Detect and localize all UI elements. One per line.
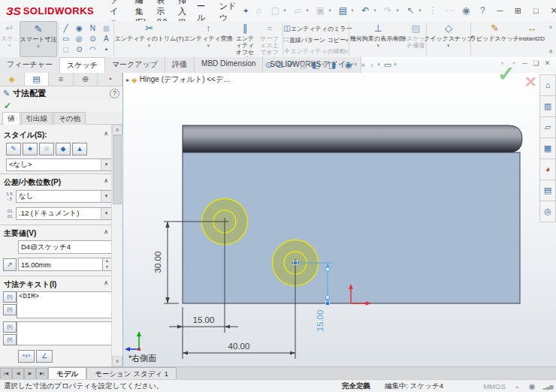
undo-icon[interactable]: ↶	[357, 5, 373, 16]
taskpane-design-library-icon[interactable]: ▥	[539, 96, 556, 117]
window-minimize-icon[interactable]: ─	[491, 6, 509, 15]
apply-scene-icon[interactable]: ◐	[370, 60, 376, 69]
overflow-icon[interactable]: ⋯	[441, 5, 458, 16]
display-style-icon[interactable]: ◨	[328, 60, 336, 70]
smart-dimension-button[interactable]: ✎ スマート寸法 ▾	[20, 21, 58, 57]
featuremanager-tab-icon[interactable]: ◈	[0, 73, 25, 86]
primary-value-section-header[interactable]: 主要値(V) ∧	[0, 226, 122, 240]
configurations-tab-icon[interactable]: ≡	[49, 73, 74, 86]
tab-nav-prev-icon[interactable]: ◀	[12, 368, 24, 380]
tab-evaluate[interactable]: 評価	[165, 57, 195, 73]
taskpane-view-palette-icon[interactable]: ▦	[539, 138, 556, 159]
circle-tool-icon[interactable]: ◉	[73, 23, 86, 34]
help-icon[interactable]: ?	[474, 5, 491, 16]
dimtext-center-button[interactable]: (x)	[3, 291, 17, 303]
tab-markup[interactable]: マークアップ	[105, 57, 165, 73]
section-view-icon[interactable]: ▦	[300, 60, 307, 70]
taskpane-custom-properties-icon[interactable]: ▤	[539, 180, 556, 201]
menu-pin-icon[interactable]: ✦	[243, 7, 249, 15]
tolerance-dropdown[interactable]: なし ▾	[16, 190, 112, 203]
display-relations-button[interactable]: ⊥ 幾何拘束の表示/削除 ▾	[350, 21, 406, 57]
motion-study-tab[interactable]: モーション スタディ 1	[86, 367, 177, 380]
arc-tool-icon[interactable]: ◠	[86, 44, 99, 55]
tab-features[interactable]: フィーチャー	[0, 57, 60, 73]
tab-sketch[interactable]: スケッチ	[60, 57, 105, 74]
graphics-area[interactable]: 30.00 15.00 40.00	[122, 73, 556, 366]
print-icon[interactable]: ▤	[334, 5, 351, 16]
dimension-text-box-2[interactable]	[17, 321, 112, 345]
tolerance-section-header[interactable]: 公差/小数位数(P) ∧	[0, 175, 122, 188]
repair-sketch-button[interactable]: ▨ スケッチ修復	[406, 21, 425, 57]
exit-sketch-button[interactable]: ↵ スケ... ▾	[0, 21, 20, 57]
attach-icon[interactable]: ⋮	[425, 5, 441, 16]
text-tool-icon[interactable]: A	[100, 34, 113, 44]
subtab-other[interactable]: その他	[53, 112, 86, 125]
text-align-button[interactable]: +x+	[18, 350, 35, 363]
scroll-thumb[interactable]	[113, 135, 122, 204]
doc-close-icon[interactable]: ✕	[542, 59, 553, 67]
dimension-value-field[interactable]: 15.00mm	[18, 258, 103, 271]
doc-minimize-icon[interactable]: ─	[519, 59, 530, 67]
undo-caret-icon[interactable]: ▾	[373, 8, 379, 14]
new-document-icon[interactable]: ▢	[267, 5, 283, 16]
style-section-header[interactable]: スタイル(S): ∧	[0, 128, 122, 141]
linear-pattern-button[interactable]: ∷ 直線パターン コピー ▾	[283, 35, 348, 45]
edit-appearance-icon[interactable]: ●	[361, 60, 366, 69]
slot-tool-icon[interactable]: ◻	[59, 44, 72, 55]
cancel-sketch-icon[interactable]: ✕	[524, 73, 537, 91]
tab-nav-first-icon[interactable]: |◀	[0, 368, 12, 380]
mirror-entities-button[interactable]: ◫ エンティティのミラー	[283, 23, 348, 34]
taskpane-resources-icon[interactable]: ⌂	[539, 74, 556, 96]
model-tab[interactable]: モデル	[48, 367, 86, 380]
scroll-up-icon[interactable]: ∧	[112, 125, 122, 135]
quick-snaps-button[interactable]: ◇ クイックスナップ ▾	[428, 21, 470, 57]
window-close-icon[interactable]: ✕	[545, 6, 556, 16]
hinge-barrel-face[interactable]	[183, 125, 522, 152]
open-icon[interactable]: ▱	[289, 5, 306, 16]
dimension-name-field[interactable]: D4@スケッチ4	[18, 240, 112, 254]
status-tag-icon[interactable]: ◉	[529, 382, 536, 390]
propertymanager-tab-icon[interactable]: ▤	[25, 73, 50, 86]
move-entities-button[interactable]: ✛ エンティティの移動 ▾	[283, 46, 348, 56]
surface-offset-button[interactable]: ≈ サーフェス上でオフセット	[257, 21, 281, 57]
select-cursor-icon[interactable]: ↖	[402, 5, 419, 16]
redo-icon[interactable]: ↷	[379, 5, 396, 16]
home-icon[interactable]: ⌂	[250, 5, 267, 16]
dimtext-below-button[interactable]: (x)	[3, 334, 17, 345]
text-angle-button[interactable]: ∠	[36, 350, 53, 363]
spline-tool-icon[interactable]: Ν	[86, 23, 99, 34]
displaymanager-tab-icon[interactable]: ◔	[98, 73, 122, 86]
precision-dropdown[interactable]: .12 (ドキュメント) ▾	[16, 207, 112, 220]
taskpane-forum-icon[interactable]: ◎	[539, 201, 556, 222]
previous-view-icon[interactable]: ↶	[288, 60, 295, 70]
trim-entities-button[interactable]: ✂ エンティティのトリム(T) ▾	[115, 21, 184, 57]
line-tool-icon[interactable]: ╱	[59, 23, 72, 34]
save-caret-icon[interactable]: ▾	[328, 8, 334, 14]
dimtext-above-button[interactable]: (x)	[3, 321, 17, 333]
point-tool-icon[interactable]: ⊙	[73, 44, 86, 55]
save-icon[interactable]: ▣	[312, 5, 328, 16]
feature-tree-flyout[interactable]: ▸ ◈ Hinge (デフォルト) <<デ...	[126, 74, 229, 85]
account-icon[interactable]: ◉	[458, 5, 474, 16]
instant2d-button[interactable]: ↔ Instant2D	[518, 21, 546, 57]
open-caret-icon[interactable]: ▾	[306, 8, 312, 14]
panel-help-icon[interactable]: ?	[110, 89, 119, 98]
dot-tool-icon[interactable]: ▪	[100, 44, 113, 55]
units-caret-icon[interactable]: ▴	[516, 384, 518, 389]
style-dropdown[interactable]: <なし> ▾	[6, 158, 112, 171]
part-name[interactable]: Hinge (デフォルト) <<デ...	[140, 74, 230, 85]
redo-caret-icon[interactable]: ▾	[396, 8, 402, 14]
taskpane-file-explorer-icon[interactable]: ▱	[539, 117, 556, 138]
override-value-button[interactable]: ↗	[3, 258, 17, 271]
panel-ok-icon[interactable]: ✓	[0, 101, 122, 112]
dimtext-offset-button[interactable]: (x)	[3, 304, 17, 315]
ellipse-tool-icon[interactable]: ◎	[73, 34, 86, 44]
convert-entities-button[interactable]: ↑ エンティティ変換 ▾	[184, 21, 233, 57]
offset-entities-button[interactable]: ∥ エンティティ オフセット	[233, 21, 257, 57]
dimension-text-box[interactable]: <DIM>	[17, 291, 112, 318]
subtab-value[interactable]: 値	[2, 112, 20, 125]
view-settings-icon[interactable]: ▭	[384, 60, 391, 70]
select-caret-icon[interactable]: ▾	[419, 8, 425, 14]
taskpane-appearances-icon[interactable]: ◕	[539, 159, 556, 180]
dimension-text-section-header[interactable]: 寸法テキスト(I) ∧	[0, 277, 122, 291]
